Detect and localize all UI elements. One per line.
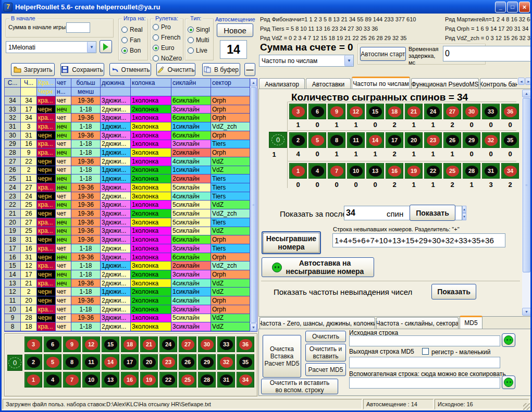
radio-type-live[interactable]: Live xyxy=(188,45,210,56)
table-scrollbar[interactable]: ▲ ≡ ▼ xyxy=(250,79,257,331)
scroll-up-icon[interactable]: ▲ xyxy=(522,90,531,97)
table-row[interactable]: 122чернчет1-181дюжи...2колонка1сиклайнVd… xyxy=(5,288,250,296)
table-row[interactable]: 1014кра...чет1-182дюжи...2колонка3сиклай… xyxy=(5,305,250,314)
board-cell-12[interactable]: 12 xyxy=(82,336,100,352)
collapse-button[interactable]: — xyxy=(244,63,255,76)
table-scroll-thumb[interactable]: ≡ xyxy=(251,87,256,323)
radio-type-multi[interactable]: Multi xyxy=(188,35,210,45)
md5-output-input[interactable] xyxy=(349,357,500,368)
board-cell-22[interactable]: 22 xyxy=(159,372,177,388)
md5-aux-run-icon[interactable] xyxy=(502,376,515,389)
spin-down-icon[interactable]: ▼ xyxy=(462,213,466,220)
maximize-button-icon[interactable]: □ xyxy=(507,2,518,13)
radio-roulette-nozero[interactable]: NoZero xyxy=(153,53,182,64)
board-cell-19[interactable]: 19 xyxy=(140,372,158,388)
tab-3[interactable]: Частоты по числам xyxy=(352,77,410,90)
table-row[interactable]: 3317черннеч1-182дюжи...2колонка3сиклайнO… xyxy=(5,105,250,114)
table-row[interactable]: 3234кра...чет19-363дюжи...1колонка6сикла… xyxy=(5,114,250,122)
md5-source-input[interactable] xyxy=(349,335,500,346)
tab-1[interactable]: Анализатор xyxy=(259,78,305,90)
table-row[interactable]: 3434кра...чет19-363дюжи...1колонка6сикла… xyxy=(5,96,250,105)
table-row[interactable]: 289кра...неч1-181дюжи...3колонка2сиклайн… xyxy=(5,148,250,157)
bottom-tab-2[interactable]: Частота - сиклайны, сектора xyxy=(376,317,459,329)
toolbar-copy-button[interactable]: В буфер xyxy=(202,63,240,76)
resize-grip[interactable] xyxy=(523,403,530,410)
board-cell-26[interactable]: 26 xyxy=(179,354,196,370)
board-cell-29[interactable]: 29 xyxy=(198,354,216,370)
scroll-down-icon[interactable]: ▼ xyxy=(250,323,257,331)
board-cell-0[interactable]: 0 xyxy=(7,355,22,371)
board-cell-24[interactable]: 24 xyxy=(159,336,177,352)
table-row[interactable]: 2916кра...чет1-182дюжи...1колонка3сиклай… xyxy=(5,140,250,149)
board-cell-32[interactable]: 32 xyxy=(217,354,235,370)
board-cell-7[interactable]: 7 xyxy=(63,372,81,388)
table-row[interactable]: 1925кра...неч19-363дюжи...1колонка5сикла… xyxy=(5,227,250,236)
tab-4[interactable]: Функционал PsevdoMS xyxy=(411,78,479,90)
table-row[interactable]: 818кра...чет1-182дюжи...3колонка3сиклайн… xyxy=(5,322,250,331)
board-cell-30[interactable]: 30 xyxy=(198,336,216,352)
bottom-tab-3[interactable]: MD5 xyxy=(460,316,482,329)
preset-combobox[interactable]: 1Melonati ▼ xyxy=(6,41,96,53)
board-cell-8[interactable]: 8 xyxy=(63,354,81,370)
board-cell-33[interactable]: 33 xyxy=(217,336,235,352)
board-cell-23[interactable]: 23 xyxy=(159,354,177,370)
view-filter-combobox[interactable]: Частоты по числам ▼ xyxy=(259,55,354,67)
board-cell-6[interactable]: 6 xyxy=(44,336,61,352)
radio-roulette-pro[interactable]: Pro xyxy=(153,22,182,32)
board-cell-2[interactable]: 2 xyxy=(24,354,42,370)
chevron-down-icon[interactable]: ▼ xyxy=(87,42,96,53)
table-row[interactable]: 313кра...неч1-181дюжи...3колонка1сиклайн… xyxy=(5,122,250,131)
autospin-start-button[interactable]: Автоспин старт xyxy=(360,47,406,61)
table-row[interactable]: 3031черннеч19-363дюжи...1колонка6сиклайн… xyxy=(5,131,250,140)
tab-scroll-right-icon[interactable]: ► xyxy=(525,78,532,85)
board-cell-18[interactable]: 18 xyxy=(121,336,139,352)
board-cell-31[interactable]: 31 xyxy=(217,372,235,388)
radio-game-real[interactable]: Real xyxy=(121,24,143,35)
table-row[interactable]: 1631черннеч19-363дюжи...1колонка6сиклайн… xyxy=(5,253,250,262)
tab-2[interactable]: Автоставки xyxy=(306,78,351,90)
radio-roulette-euro[interactable]: Euro xyxy=(153,43,182,53)
board-cell-25[interactable]: 25 xyxy=(179,372,196,388)
register-checkbox[interactable] xyxy=(422,348,429,355)
minimize-button-icon[interactable]: _ xyxy=(495,2,506,13)
table-row[interactable]: 2126чернчет19-363дюжи...2колонка5сиклайн… xyxy=(5,209,250,218)
board-cell-35[interactable]: 35 xyxy=(237,354,254,370)
tab-5[interactable]: Контроль банкро xyxy=(480,78,517,90)
scroll-up-icon[interactable]: ▲ xyxy=(250,79,257,86)
bottom-tab-1[interactable]: Частота - Zero, шансы, дюжины, колонки xyxy=(259,317,375,329)
md5-clear-paste-calc-button[interactable]: Очистка Вставка Расчет MD5 xyxy=(263,335,301,378)
md5-run-icon[interactable] xyxy=(502,333,515,347)
board-cell-1[interactable]: 1 xyxy=(24,372,42,388)
board-cell-9[interactable]: 9 xyxy=(63,336,81,352)
md5-clear-button[interactable]: Очистить xyxy=(305,331,346,342)
board-cell-13[interactable]: 13 xyxy=(102,372,119,388)
play-button[interactable] xyxy=(100,40,112,53)
md5-clear-and-paste-button[interactable]: Очистить и вставить xyxy=(305,344,346,361)
toolbar-floppy-button[interactable]: Сохранить xyxy=(60,63,104,76)
radio-game-fan[interactable]: Fan xyxy=(121,35,143,45)
board-cell-28[interactable]: 28 xyxy=(198,372,216,388)
toolbar-brush-button[interactable]: Очистить xyxy=(156,63,195,76)
board-cell-27[interactable]: 27 xyxy=(179,336,196,352)
close-button-icon[interactable]: × xyxy=(519,2,530,13)
board-cell-3[interactable]: 3 xyxy=(24,336,42,352)
missed-numbers-input[interactable] xyxy=(332,233,505,247)
freq-scroll-thumb[interactable]: ≡ xyxy=(523,98,530,272)
new-offset-button[interactable]: Новое xyxy=(217,23,253,37)
table-row[interactable]: 2722чернчет19-362дюжи...1колонка4сиклайн… xyxy=(5,157,250,166)
board-cell-21[interactable]: 21 xyxy=(140,336,158,352)
board-cell-5[interactable]: 5 xyxy=(44,354,61,370)
radio-type-singl[interactable]: Singl xyxy=(188,24,210,35)
md5-calc-button[interactable]: Расчет MD5 xyxy=(305,363,346,376)
table-row[interactable]: 2324чернчет19-362дюжи...3колонка4сиклайн… xyxy=(5,192,250,201)
missed-numbers-button[interactable]: Несыгравшие номера xyxy=(262,231,321,254)
board-cell-36[interactable]: 36 xyxy=(237,336,254,352)
table-row[interactable]: 1716кра...чет1-182дюжи...1колонка3сиклай… xyxy=(5,244,250,253)
board-cell-11[interactable]: 11 xyxy=(82,354,100,370)
title-bar[interactable]: 7 HelperRoullet 5.6- create helperroulle… xyxy=(0,0,532,14)
freq-scrollbar[interactable]: ▲ ≡ ▼ xyxy=(522,90,531,316)
table-row[interactable]: 1512кра...чет1-181дюжи...3колонка2сиклай… xyxy=(5,261,250,270)
table-row[interactable]: 2225кра...неч19-363дюжи...1колонка5сикла… xyxy=(5,201,250,209)
board-cell-4[interactable]: 4 xyxy=(44,372,61,388)
delay-input[interactable] xyxy=(443,46,532,61)
